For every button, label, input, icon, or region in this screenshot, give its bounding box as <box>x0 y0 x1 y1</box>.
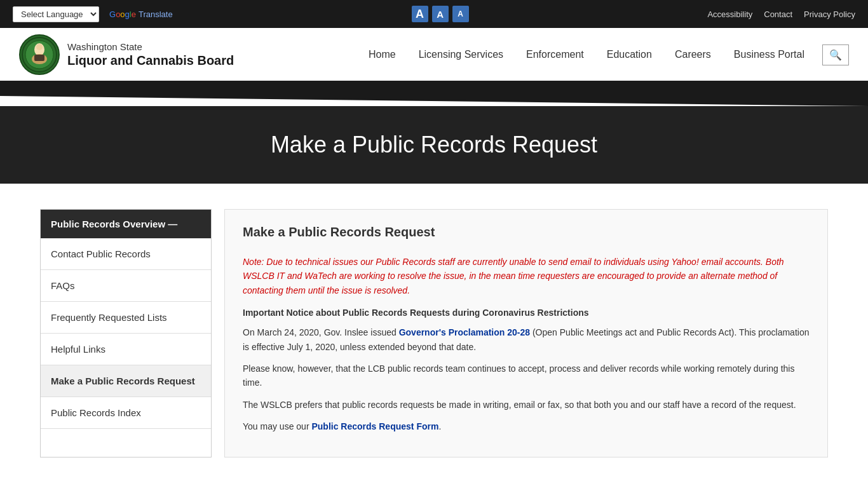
search-icon: 🔍 <box>829 50 842 60</box>
notice-red: Note: Due to technical issues our Public… <box>243 255 810 297</box>
sidebar-helpful[interactable]: Helpful Links <box>41 334 211 365</box>
para4-text: You may use our <box>243 421 311 431</box>
top-bar-links: Accessibility Contact Privacy Policy <box>707 10 855 19</box>
nav-enforcement[interactable]: Enforcement <box>515 43 595 67</box>
svg-rect-5 <box>34 55 44 61</box>
nav-education[interactable]: Education <box>595 43 663 67</box>
sidebar-make-request[interactable]: Make a Public Records Request <box>41 365 211 397</box>
translate-label: Translate <box>139 10 173 19</box>
para4-text2: . <box>438 421 441 431</box>
font-large-button[interactable]: A <box>412 6 428 22</box>
nav-careers[interactable]: Careers <box>663 43 722 67</box>
svg-point-6 <box>36 44 43 50</box>
logo-area: Washington State Liquor and Cannabis Boa… <box>19 34 234 75</box>
content-area: Public Records Overview — Contact Public… <box>21 184 847 483</box>
top-bar: Select Language Google Translate A A A A… <box>0 0 868 28</box>
para2: Please know, however, that the LCB publi… <box>243 362 810 390</box>
font-small-button[interactable]: A <box>452 6 469 22</box>
site-header: Washington State Liquor and Cannabis Boa… <box>0 28 868 82</box>
para3: The WSLCB prefers that public records re… <box>243 398 810 412</box>
page-title: Make a Public Records Request <box>19 132 849 158</box>
page-banner: Make a Public Records Request <box>0 106 868 184</box>
main-nav: Home Licensing Services Enforcement Educ… <box>357 43 849 67</box>
search-button[interactable]: 🔍 <box>822 44 849 65</box>
sidebar-contact[interactable]: Contact Public Records <box>41 238 211 270</box>
records-request-form-link[interactable]: Public Records Request Form <box>311 421 438 431</box>
header-strip <box>0 81 868 106</box>
accessibility-link[interactable]: Accessibility <box>707 10 752 19</box>
font-size-controls: A A A <box>412 6 469 22</box>
nav-licensing[interactable]: Licensing Services <box>407 43 515 67</box>
sidebar-faqs[interactable]: FAQs <box>41 270 211 302</box>
sidebar-header: Public Records Overview — <box>41 210 211 238</box>
state-name: Washington State <box>67 41 234 53</box>
content-title: Make a Public Records Request <box>243 225 810 245</box>
sidebar-frequent[interactable]: Frequently Requested Lists <box>41 302 211 334</box>
language-select[interactable]: Select Language <box>13 6 99 22</box>
para1: On March 24, 2020, Gov. Inslee issued Go… <box>243 325 810 354</box>
logo-text: Washington State Liquor and Cannabis Boa… <box>67 41 234 68</box>
important-notice: Important Notice about Public Records Re… <box>243 308 810 318</box>
privacy-policy-link[interactable]: Privacy Policy <box>804 10 855 19</box>
sidebar-index[interactable]: Public Records Index <box>41 397 211 429</box>
sidebar: Public Records Overview — Contact Public… <box>40 209 212 458</box>
para4: You may use our Public Records Request F… <box>243 419 810 433</box>
logo-seal <box>19 34 60 75</box>
top-bar-left: Select Language Google Translate <box>13 6 173 22</box>
google-translate: Google Translate <box>109 10 173 19</box>
main-content-inner: Make a Public Records Request Note: Due … <box>225 210 827 457</box>
para1-text: On March 24, 2020, Gov. Inslee issued <box>243 327 399 337</box>
proclamation-link[interactable]: Governor's Proclamation 20-28 <box>399 327 530 337</box>
font-medium-button[interactable]: A <box>432 6 449 22</box>
board-name: Liquor and Cannabis Board <box>67 53 234 68</box>
nav-home[interactable]: Home <box>357 43 407 67</box>
main-content: Make a Public Records Request Note: Due … <box>224 209 828 458</box>
contact-link[interactable]: Contact <box>764 10 792 19</box>
nav-business-portal[interactable]: Business Portal <box>722 43 816 67</box>
